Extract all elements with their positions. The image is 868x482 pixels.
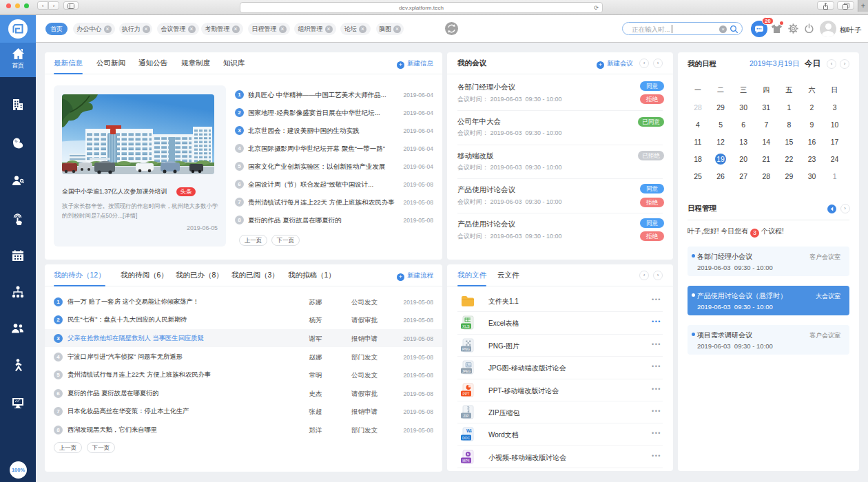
svg-text:ZIP: ZIP [463, 414, 469, 418]
svg-text:MP4: MP4 [462, 458, 470, 462]
svg-text:DOC: DOC [462, 436, 471, 440]
svg-text:PPT: PPT [462, 391, 470, 395]
svg-text:W: W [466, 428, 471, 433]
svg-text:PNG: PNG [462, 346, 470, 350]
svg-text:XLS: XLS [462, 324, 470, 328]
svg-text:JPEG: JPEG [462, 370, 471, 373]
